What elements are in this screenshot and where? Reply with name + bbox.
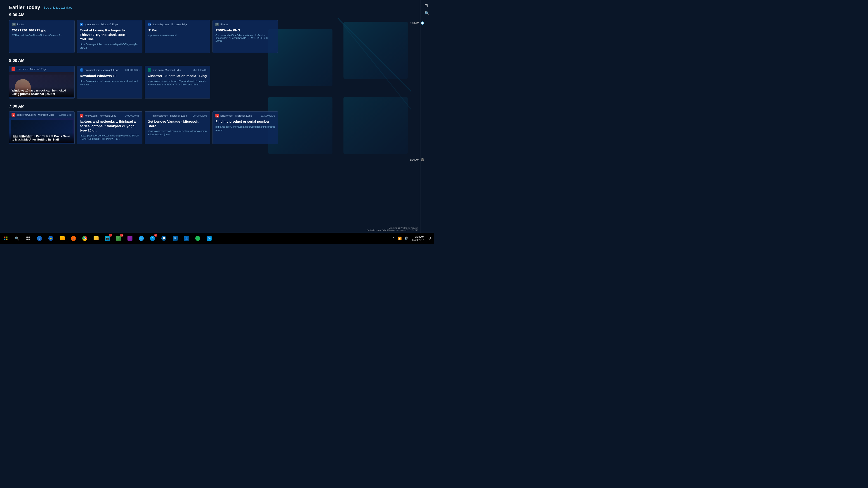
card-device-bing: 20JD000WUS	[193, 69, 207, 71]
photos-icon-2: 🖼	[215, 23, 219, 26]
taskbar-app-twitter[interactable]: 🐦	[135, 233, 147, 244]
connected-devices-icon[interactable]: ⊡	[425, 3, 430, 8]
photos-taskbar-icon: 📷	[105, 236, 110, 241]
ie-app-icon: e	[48, 236, 54, 241]
svg-rect-10	[26, 236, 28, 238]
splinter-icon: S	[11, 113, 15, 117]
card-photos-2[interactable]: 🖼 Photos 17063rs4a.PNG C:\Users\richa\On…	[213, 20, 278, 53]
card-source-bing: bing.com - Microsoft Edge	[153, 69, 192, 71]
card-lenovo-vantage[interactable]: microsoft.com - Microsoft Edge 20JD000WU…	[145, 111, 210, 144]
card-itpro[interactable]: ITP itprotoday.com - Microsoft Edge IT P…	[145, 20, 210, 53]
header: Earlier Today See only top activities	[9, 4, 425, 10]
see-only-top-activities-link[interactable]: See only top activities	[44, 6, 72, 9]
lenovo-icon-2: L	[215, 114, 219, 118]
store-icon: 🛍	[206, 236, 212, 241]
card-source-find-product: lenovo.com - Microsoft Edge	[220, 114, 259, 117]
file-explorer-icon	[59, 236, 65, 241]
twitter-icon: 🐦	[138, 236, 144, 241]
card-path-photos-1: C:\Users\richa\OneDrive\Pictures\Camera …	[12, 34, 72, 37]
card-title-itpro: IT Pro	[148, 28, 207, 33]
card-bing[interactable]: b bing.com - Microsoft Edge 20JD000WUS w…	[145, 66, 210, 98]
taskbar-app-edge[interactable]: e	[34, 233, 45, 244]
taskbar-app-file-explorer[interactable]	[57, 233, 68, 244]
svg-rect-9	[6, 238, 7, 240]
taskbar-app-skype[interactable]: S 2	[147, 233, 158, 244]
taskbar-app-chrome[interactable]	[79, 233, 90, 244]
taskbar-app-folder[interactable]	[90, 233, 102, 244]
svg-rect-6	[4, 236, 5, 238]
section-8am: 8:00 AM Z zdnet.com - Microsoft Edge	[9, 58, 425, 98]
chevron-up-icon[interactable]: ⌃	[392, 236, 396, 240]
card-title-dl-win10: Download Windows 10	[80, 74, 140, 78]
taskbar-sys-tray: ⌃ 📶 🔊 9:38 AM 12/20/2017 🗨	[392, 235, 434, 242]
timeline-marker-5am: 5:00 AM	[410, 158, 424, 161]
section-7am: 7:00 AM S splinternews.com - Microsoft E…	[9, 104, 425, 144]
card-zdnet[interactable]: Z zdnet.com - Microsoft Edge Windows 10 …	[9, 66, 74, 98]
card-header-photos-1: 🖼 Photos	[12, 23, 72, 26]
taskbar-clock[interactable]: 9:38 AM 12/20/2017	[410, 235, 426, 242]
card-image-title-mashable: Here Is the Awful Pep Talk Ziff Davis Ga…	[11, 134, 72, 141]
start-button[interactable]	[0, 233, 11, 244]
taskbar-app-spotify[interactable]: ♪	[192, 233, 204, 244]
taskbar-app-ie[interactable]: e	[45, 233, 57, 244]
msft-icon-1	[148, 114, 151, 118]
notification-icon[interactable]: 🗨	[427, 236, 432, 240]
card-url-youtube: https://www.youtube.com/embed/qvWhGSMyXm…	[80, 43, 140, 50]
taskbar-app-messaging[interactable]: 💬	[158, 233, 169, 244]
card-url-dl-win10: https://www.microsoft.com/en-us/software…	[80, 79, 140, 87]
card-find-product[interactable]: L lenovo.com - Microsoft Edge 20JD000WUS…	[213, 111, 278, 144]
taskbar-app-store[interactable]: 🛍	[204, 233, 215, 244]
build-info-line1: Windows 10 Pro Insider Preview	[367, 227, 418, 229]
card-source-lenovo-thinkpad: lenovo.com - Microsoft Edge	[85, 114, 124, 117]
time-label-9am: 9:00 AM	[9, 13, 425, 18]
time-label-8am: 8:00 AM	[9, 58, 425, 63]
lenovo-icon-1: L	[80, 114, 84, 118]
taskbar-app-notepad[interactable]: N 20	[113, 233, 124, 244]
task-view-button[interactable]	[23, 233, 34, 244]
card-source-photos-1: Photos	[17, 23, 72, 26]
taskbar-app-photos[interactable]: 📷 6	[102, 233, 113, 244]
edge-app-icon: e	[37, 236, 42, 241]
card-device-lenovo-thinkpad: 20JD000WUS	[125, 115, 140, 117]
card-dl-win10[interactable]: e microsoft.com - Microsoft Edge 20JD000…	[77, 66, 143, 98]
taskbar-app-firefox[interactable]: 🦊	[68, 233, 79, 244]
timeline-dot-5am	[421, 158, 424, 161]
card-device-find-product: 20JD000WUS	[261, 115, 275, 117]
card-device-lenovo-vantage: 20JD000WUS	[193, 115, 207, 117]
build-info-line2: Evaluation copy. Build 17063.rs_prerelea…	[367, 229, 418, 231]
card-source-itpro: itprotoday.com - Microsoft Edge	[153, 23, 207, 26]
svg-rect-7	[6, 236, 7, 238]
search-button[interactable]: 🔍	[11, 233, 23, 244]
taskbar-app-mail[interactable]: ✉	[169, 233, 181, 244]
zdnet-image-bg: Windows 10 face unlock can be tricked us…	[9, 72, 74, 97]
volume-icon[interactable]: 🔊	[404, 236, 409, 240]
card-youtube[interactable]: e youtube.com - Microsoft Edge Tired of …	[77, 20, 143, 53]
card-header-lenovo-thinkpad: L lenovo.com - Microsoft Edge 20JD000WUS	[80, 114, 140, 118]
taskbar-app-people[interactable]: 👤	[181, 233, 192, 244]
card-title-find-product: Find my product or serial number	[215, 119, 275, 124]
card-url-itpro: http://www.itprotoday.com/	[148, 34, 207, 37]
svg-rect-12	[26, 238, 28, 240]
search-icon[interactable]: 🔍	[425, 11, 430, 16]
card-lenovo-thinkpad[interactable]: L lenovo.com - Microsoft Edge 20JD000WUS…	[77, 111, 143, 144]
skype-badge: 2	[154, 234, 157, 236]
notepad-icon: N	[116, 236, 121, 241]
card-device-mashable: Surface Book	[59, 113, 72, 116]
notepad-badge: 20	[120, 234, 123, 236]
card-source-photos-2: Photos	[220, 23, 275, 26]
card-url-lenovo-thinkpad: https://pcsupport.lenovo.com/us/en/produ…	[80, 134, 140, 141]
svg-rect-13	[29, 238, 30, 240]
card-header-zdnet: Z zdnet.com - Microsoft Edge	[9, 66, 74, 72]
firefox-icon: 🦊	[71, 236, 76, 241]
card-image-title-zdnet: Windows 10 face unlock can be tricked us…	[11, 89, 72, 96]
build-info: Windows 10 Pro Insider Preview Evaluatio…	[367, 227, 418, 231]
chrome-icon	[82, 236, 88, 241]
taskbar-app-unknown[interactable]	[124, 233, 135, 244]
network-icon[interactable]: 📶	[397, 236, 402, 240]
card-header-mashable: S splinternews.com - Microsoft Edge Surf…	[9, 111, 74, 118]
svg-rect-8	[4, 238, 5, 240]
card-mashable[interactable]: S splinternews.com - Microsoft Edge Surf…	[9, 111, 74, 144]
page-title: Earlier Today	[9, 4, 40, 10]
card-photos-1[interactable]: 🖼 Photos 20171220_091717.jpg C:\Users\ri…	[9, 20, 74, 53]
photos-icon-1: 🖼	[12, 23, 16, 26]
